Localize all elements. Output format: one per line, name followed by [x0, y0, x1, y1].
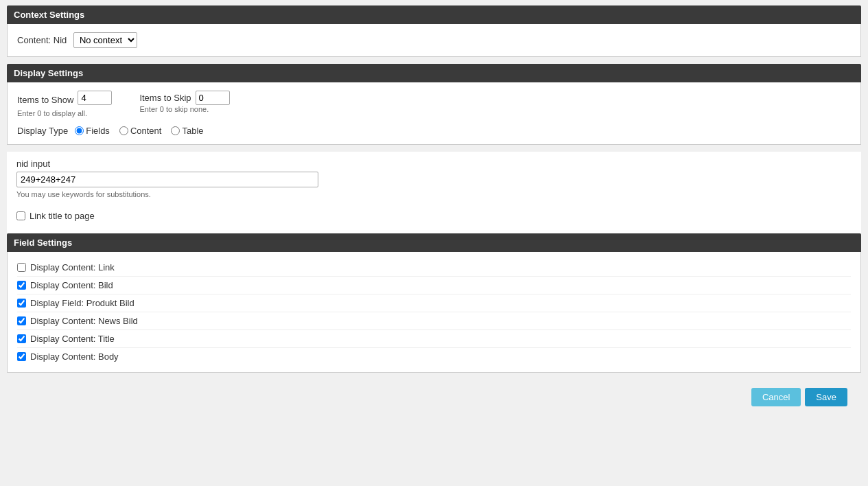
- display-type-radio-group: Fields Content Table: [75, 126, 203, 136]
- items-to-show-row: Items to Show: [17, 91, 112, 109]
- display-settings-header: Display Settings: [7, 64, 861, 82]
- link-title-label: Link title to page: [30, 211, 95, 221]
- nid-input[interactable]: [16, 172, 318, 187]
- link-title-checkbox[interactable]: [16, 211, 25, 220]
- field-label-1: Display Content: Bild: [30, 280, 113, 290]
- display-settings-section: Display Settings Items to Show Enter 0 t…: [7, 64, 861, 145]
- display-type-row: Display Type Fields Content Table: [17, 126, 851, 136]
- items-to-skip-label: Items to Skip: [139, 93, 191, 103]
- context-select[interactable]: No context: [73, 32, 137, 48]
- items-to-show-label: Items to Show: [17, 95, 73, 105]
- items-to-skip-group: Items to Skip Enter 0 to skip none.: [139, 91, 229, 121]
- display-type-fields[interactable]: Fields: [75, 126, 110, 136]
- field-checkbox-4[interactable]: [17, 334, 26, 343]
- footer-buttons: Cancel Save: [7, 380, 861, 415]
- items-to-skip-row: Items to Skip: [139, 91, 229, 105]
- field-item: Display Content: Link: [17, 259, 851, 277]
- field-label-5: Display Content: Body: [30, 351, 119, 362]
- cancel-button[interactable]: Cancel: [751, 388, 801, 406]
- field-checkbox-2[interactable]: [17, 299, 26, 308]
- context-settings-header: Context Settings: [7, 5, 861, 24]
- display-type-content[interactable]: Content: [119, 126, 162, 136]
- items-to-show-input[interactable]: [78, 91, 112, 105]
- field-settings-section: Field Settings Display Content: LinkDisp…: [7, 233, 861, 373]
- display-type-table-radio[interactable]: [171, 126, 180, 135]
- display-type-table[interactable]: Table: [171, 126, 203, 136]
- display-type-content-radio[interactable]: [119, 126, 128, 135]
- items-group: Items to Show Enter 0 to display all. It…: [17, 91, 851, 121]
- field-checkbox-1[interactable]: [17, 281, 26, 290]
- field-label-4: Display Content: Title: [30, 334, 115, 344]
- field-label-3: Display Content: News Bild: [30, 316, 138, 326]
- field-item: Display Content: Body: [17, 348, 851, 365]
- field-label-2: Display Field: Produkt Bild: [30, 298, 134, 308]
- field-label-0: Display Content: Link: [30, 262, 115, 273]
- field-item: Display Content: News Bild: [17, 312, 851, 330]
- field-settings-header: Field Settings: [7, 233, 861, 252]
- content-nid-label: Content: Nid: [17, 35, 67, 45]
- link-title-row: Link title to page: [16, 205, 852, 227]
- field-item: Display Field: Produkt Bild: [17, 294, 851, 312]
- nid-input-label: nid input: [16, 159, 852, 169]
- items-to-show-group: Items to Show Enter 0 to display all.: [17, 91, 112, 121]
- context-settings-body: Content: Nid No context: [7, 24, 861, 57]
- save-button[interactable]: Save: [805, 388, 847, 406]
- display-type-fields-radio[interactable]: [75, 126, 84, 135]
- field-checkbox-5[interactable]: [17, 352, 26, 361]
- field-checkbox-3[interactable]: [17, 316, 26, 325]
- nid-input-section: nid input You may use keywords for subst…: [7, 152, 861, 233]
- items-to-show-help: Enter 0 to display all.: [17, 109, 112, 117]
- display-type-label: Display Type: [17, 126, 68, 136]
- display-settings-body: Items to Show Enter 0 to display all. It…: [7, 82, 861, 145]
- field-item: Display Content: Bild: [17, 277, 851, 294]
- field-item: Display Content: Title: [17, 330, 851, 348]
- keywords-help-text: You may use keywords for substitutions.: [16, 190, 852, 198]
- context-settings-section: Context Settings Content: Nid No context: [7, 5, 861, 57]
- field-settings-body: Display Content: LinkDisplay Content: Bi…: [7, 252, 861, 373]
- items-to-skip-help: Enter 0 to skip none.: [139, 105, 229, 113]
- field-checkbox-0[interactable]: [17, 263, 26, 272]
- items-to-skip-input[interactable]: [196, 91, 230, 105]
